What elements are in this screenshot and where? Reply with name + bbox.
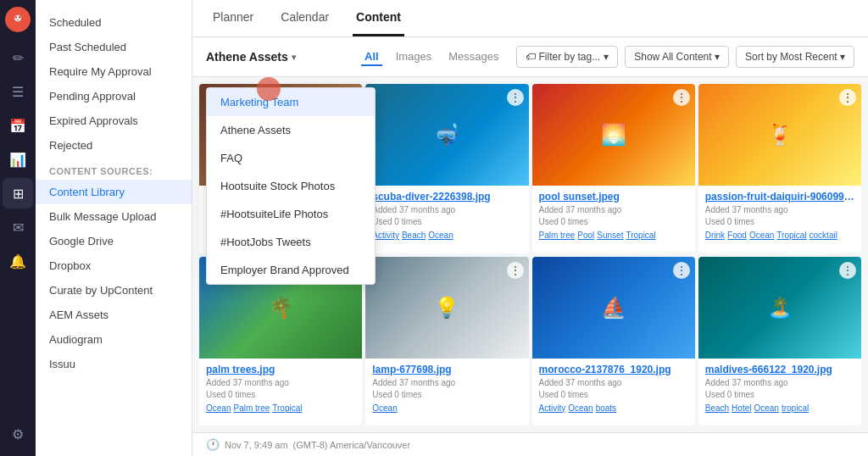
image-options-button[interactable]: ⋮ xyxy=(673,89,690,106)
image-tag[interactable]: tropical xyxy=(782,403,809,413)
image-tag[interactable]: Ocean xyxy=(568,403,593,413)
bottom-bar: 🕐 Nov 7, 9:49 am (GMT-8) America/Vancouv… xyxy=(192,432,868,456)
sidebar-item-curate[interactable]: Curate by UpContent xyxy=(36,278,192,303)
image-tags: ActivityOceanboats xyxy=(539,403,688,413)
chevron-down-icon: ▾ xyxy=(292,53,296,62)
nav-publisher[interactable]: 📅 xyxy=(3,110,33,141)
sidebar-item-scheduled[interactable]: Scheduled xyxy=(36,10,192,35)
image-tag[interactable]: Beach xyxy=(402,231,426,240)
dropdown-item-life-photos[interactable]: #HootsuiteLife Photos xyxy=(207,200,375,228)
image-meta: Added 37 months agoUsed 0 times xyxy=(705,204,854,228)
image-name[interactable]: passion-fruit-daiquiri-906099.jpg xyxy=(705,191,854,203)
sidebar-item-google-drive[interactable]: Google Drive xyxy=(36,229,192,253)
image-name[interactable]: lamp-677698.jpg xyxy=(372,364,521,375)
image-tag[interactable]: Tropical xyxy=(272,403,302,413)
image-options-button[interactable]: ⋮ xyxy=(507,262,524,279)
dropdown-item-hootjobs[interactable]: #HootJobs Tweets xyxy=(207,228,375,256)
image-tag[interactable]: Activity xyxy=(539,403,566,413)
sidebar-item-require-approval[interactable]: Require My Approval xyxy=(36,59,192,84)
sidebar-item-audiogram[interactable]: Audiogram xyxy=(36,327,192,352)
image-name[interactable]: maldives-666122_1920.jpg xyxy=(705,364,854,375)
image-tag[interactable]: Tropical xyxy=(626,231,655,240)
tab-calendar[interactable]: Calendar xyxy=(277,0,332,36)
dropdown-item-employer-brand[interactable]: Employer Brand Approved xyxy=(207,256,375,284)
image-tag[interactable]: Drink xyxy=(705,231,725,240)
source-dropdown[interactable]: Marketing Team Athene Assets FAQ Hootsui… xyxy=(206,87,376,285)
image-tag[interactable]: Sunset xyxy=(597,231,623,240)
image-info: morocco-2137876_1920.jpgAdded 37 months … xyxy=(532,359,695,418)
tab-planner[interactable]: Planner xyxy=(209,0,257,36)
dropdown-item-athene-assets[interactable]: Athene Assets xyxy=(207,116,375,144)
image-thumbnail: 🏝️ xyxy=(698,257,861,359)
sidebar-item-issuu[interactable]: Issuu xyxy=(36,352,192,376)
sidebar-item-bulk-upload[interactable]: Bulk Message Upload xyxy=(36,204,192,229)
svg-point-4 xyxy=(19,17,19,18)
content-main: Athene Assets ▾ Marketing Team Athene As… xyxy=(192,37,868,456)
filter-by-tag-button[interactable]: 🏷 Filter by tag... ▾ xyxy=(516,46,619,68)
nav-notifications[interactable]: 🔔 xyxy=(3,246,33,276)
sort-button[interactable]: Sort by Most Recent ▾ xyxy=(736,46,854,68)
image-tags: Ocean xyxy=(372,403,521,413)
tab-content[interactable]: Content xyxy=(353,0,404,36)
image-tag[interactable]: Palm tree xyxy=(539,231,576,240)
app-logo[interactable] xyxy=(5,7,31,32)
sidebar-item-past-scheduled[interactable]: Past Scheduled xyxy=(36,35,192,59)
image-name[interactable]: pool sunset.jpeg xyxy=(539,191,688,203)
sidebar-item-dropbox[interactable]: Dropbox xyxy=(36,253,192,278)
image-tags: BeachHotelOceantropical xyxy=(705,403,854,413)
image-card: 🌅⋮pool sunset.jpegAdded 37 months agoUse… xyxy=(532,84,695,253)
sidebar-item-rejected[interactable]: Rejected xyxy=(36,133,192,158)
nav-inbox[interactable]: ✉ xyxy=(3,212,33,242)
nav-streams[interactable]: ☰ xyxy=(3,76,33,107)
icon-sidebar: ✏ ☰ 📅 📊 ⊞ ✉ 🔔 ⚙ xyxy=(0,0,36,456)
image-tag[interactable]: Ocean xyxy=(754,403,778,413)
image-options-button[interactable]: ⋮ xyxy=(673,262,690,279)
image-name[interactable]: scuba-diver-2226398.jpg xyxy=(372,191,521,203)
image-tags: DrinkFoodOceanTropicalcocktail xyxy=(705,231,854,240)
source-label: Athene Assets xyxy=(206,50,288,64)
nav-compose[interactable]: ✏ xyxy=(3,42,33,73)
nav-content[interactable]: ⊞ xyxy=(3,178,33,209)
image-info: maldives-666122_1920.jpgAdded 37 months … xyxy=(698,359,861,418)
dropdown-item-marketing-team[interactable]: Marketing Team xyxy=(207,88,375,116)
image-tag[interactable]: Ocean xyxy=(428,231,453,240)
image-tag[interactable]: Palm tree xyxy=(233,403,270,413)
image-options-button[interactable]: ⋮ xyxy=(839,89,856,106)
source-selector[interactable]: Athene Assets ▾ xyxy=(206,50,296,64)
image-meta: Added 37 months agoUsed 0 times xyxy=(372,377,521,401)
sidebar-item-aem[interactable]: AEM Assets xyxy=(36,303,192,327)
image-tag[interactable]: boats xyxy=(596,403,616,413)
show-all-content-button[interactable]: Show All Content ▾ xyxy=(625,46,729,68)
sidebar-item-pending-approval[interactable]: Pending Approval xyxy=(36,84,192,108)
image-name[interactable]: morocco-2137876_1920.jpg xyxy=(539,364,688,375)
image-tag[interactable]: Beach xyxy=(705,403,729,413)
image-options-button[interactable]: ⋮ xyxy=(507,89,524,106)
image-meta: Added 37 months agoUsed 0 times xyxy=(539,204,688,228)
content-sources-title: Content Sources: xyxy=(36,158,192,180)
tab-messages[interactable]: Messages xyxy=(445,48,502,66)
tab-images[interactable]: Images xyxy=(392,48,436,66)
image-tag[interactable]: cocktail xyxy=(810,231,837,240)
dropdown-item-faq[interactable]: FAQ xyxy=(207,144,375,172)
content-area: Athene Assets ▾ Marketing Team Athene As… xyxy=(192,37,868,456)
image-options-button[interactable]: ⋮ xyxy=(839,262,856,279)
image-tag[interactable]: Ocean xyxy=(206,403,231,413)
dropdown-item-stock-photos[interactable]: Hootsuite Stock Photos xyxy=(207,172,375,200)
image-tag[interactable]: Ocean xyxy=(749,231,774,240)
sidebar-item-expired-approvals[interactable]: Expired Approvals xyxy=(36,108,192,133)
image-tag[interactable]: Hotel xyxy=(732,403,751,413)
image-tag[interactable]: Food xyxy=(727,231,747,240)
tab-all[interactable]: All xyxy=(361,48,382,66)
clock-icon: 🕐 xyxy=(206,438,220,451)
image-tag[interactable]: Pool xyxy=(577,231,594,240)
image-tag[interactable]: Tropical xyxy=(776,231,806,240)
image-thumbnail: ⛵ xyxy=(532,257,695,359)
nav-settings[interactable]: ⚙ xyxy=(3,419,33,449)
nav-analytics[interactable]: 📊 xyxy=(3,144,33,175)
sidebar-item-content-library[interactable]: Content Library xyxy=(36,180,192,204)
image-tag[interactable]: Activity xyxy=(372,231,399,240)
show-all-label: Show All Content ▾ xyxy=(634,51,720,63)
image-name[interactable]: palm trees.jpg xyxy=(206,364,355,375)
image-tag[interactable]: Ocean xyxy=(372,403,397,413)
image-card: 🍹⋮passion-fruit-daiquiri-906099.jpgAdded… xyxy=(698,84,861,253)
